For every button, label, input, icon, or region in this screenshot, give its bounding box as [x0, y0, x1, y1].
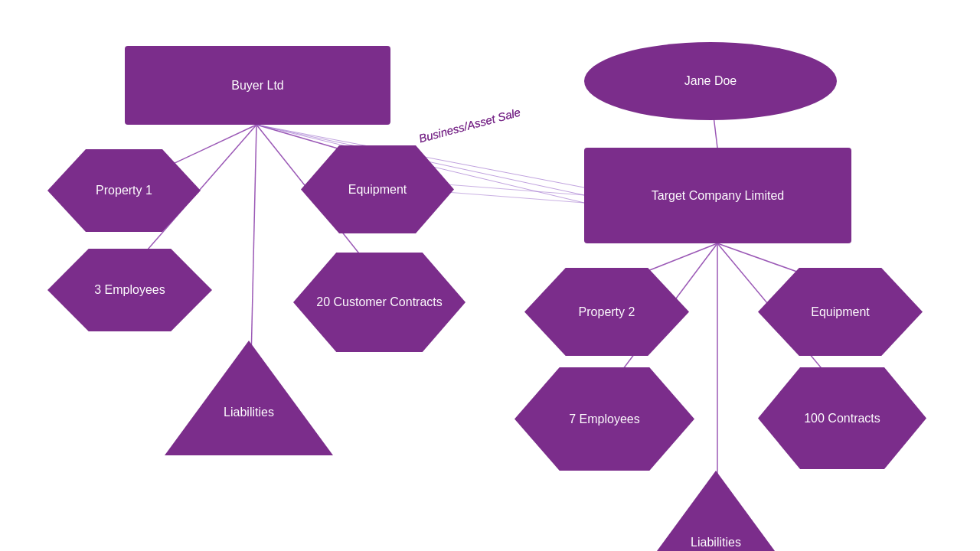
- buyer-ltd-label: Buyer Ltd: [231, 79, 283, 93]
- customer-contracts-label: 20 Customer Contracts: [316, 295, 443, 309]
- equipment-top-label: Equipment: [348, 183, 407, 197]
- jane-doe-label: Jane Doe: [684, 74, 737, 88]
- liabilities-right-node: Liabilities: [628, 467, 804, 551]
- svg-marker-16: [165, 341, 333, 455]
- target-company-label: Target Company Limited: [652, 189, 784, 203]
- property2-node: Property 2: [524, 268, 689, 356]
- liabilities-left-node: Liabilities: [161, 337, 337, 459]
- svg-line-4: [251, 125, 256, 360]
- equipment-top-node: Equipment: [301, 145, 454, 233]
- employees7-node: 7 Employees: [514, 367, 694, 471]
- employees3-node: 3 Employees: [47, 249, 212, 331]
- svg-marker-17: [632, 471, 800, 551]
- buyer-ltd-node: Buyer Ltd: [125, 46, 390, 125]
- connection-label-display: Business/Asset Sale: [417, 106, 521, 145]
- jane-doe-node: Jane Doe: [584, 42, 837, 120]
- property1-label: Property 1: [96, 184, 152, 197]
- equipment-right-label: Equipment: [811, 305, 870, 319]
- svg-line-10: [436, 191, 584, 203]
- target-company-node: Target Company Limited: [584, 148, 851, 243]
- employees3-label: 3 Employees: [94, 283, 165, 297]
- employees7-label: 7 Employees: [569, 412, 640, 426]
- contracts100-node: 100 Contracts: [758, 367, 926, 469]
- contracts100-label: 100 Contracts: [804, 412, 880, 425]
- property1-node: Property 1: [47, 149, 201, 232]
- property2-label: Property 2: [579, 305, 635, 319]
- equipment-right-node: Equipment: [758, 268, 923, 356]
- svg-line-9: [436, 184, 584, 195]
